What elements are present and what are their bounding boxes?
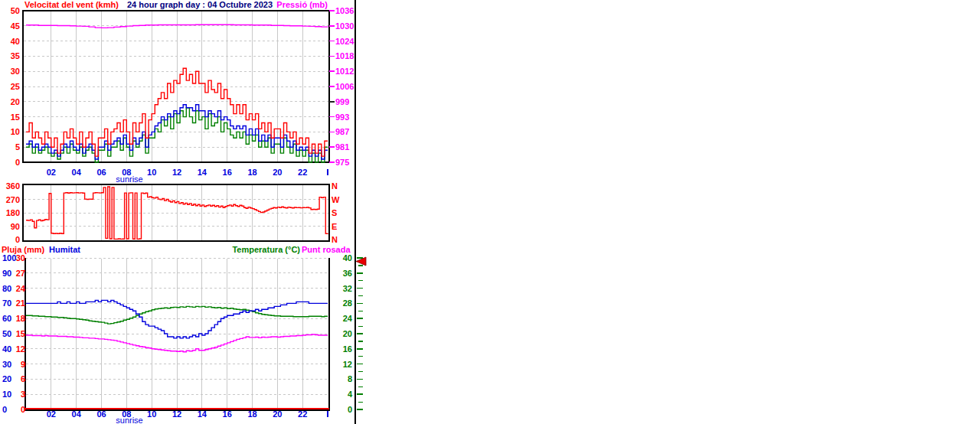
direction-y-tick: 180 — [2, 209, 20, 217]
pressure-y-tick: 975 — [335, 158, 357, 167]
wind-y-tick: 35 — [2, 52, 20, 60]
x-tick-bottom: 14 — [193, 410, 211, 419]
wind-y-tick: 5 — [2, 143, 20, 152]
x-tick-top: 10 — [142, 168, 161, 177]
x-tick-top: 06 — [93, 168, 111, 177]
temperature-y-tick: 28 — [337, 299, 352, 308]
wind-y-tick: 40 — [2, 38, 20, 46]
temperature-y-tick: 0 — [337, 406, 352, 414]
temperature-y-tick: 20 — [337, 330, 352, 338]
temperature-y-tick: 40 — [337, 254, 352, 263]
rain-y-tick: 18 — [10, 315, 25, 323]
rain-y-tick: 9 — [10, 360, 25, 369]
pressure-y-tick: 999 — [335, 98, 357, 106]
x-tick-bottom: 22 — [293, 410, 312, 419]
wind-y-tick: 15 — [2, 113, 20, 122]
x-tick-top: 22 — [293, 168, 312, 177]
wind-y-tick: 0 — [2, 158, 20, 167]
wind-y-tick: 30 — [2, 67, 20, 76]
temperature-y-tick: 32 — [337, 285, 352, 293]
x-tick-top: 16 — [218, 168, 237, 177]
temperature-axis-title: Temperatura (°C) — [224, 246, 300, 254]
pressure-y-tick: 1012 — [335, 67, 357, 76]
wind-axis-title: Velocitat del vent (kmh) — [24, 1, 119, 9]
x-tick-bottom: 10 — [142, 410, 161, 419]
wind-y-tick: 45 — [2, 22, 20, 31]
rain-y-tick: 21 — [10, 299, 25, 308]
x-tick-bottom: 06 — [93, 410, 111, 419]
temperature-y-tick: 36 — [337, 269, 352, 278]
x-tick-top: 02 — [42, 168, 60, 177]
direction-y-tick: 90 — [2, 223, 20, 231]
direction-y-tick: 0 — [2, 236, 20, 244]
temperature-y-tick: 12 — [337, 360, 352, 369]
temperature-y-tick: 24 — [337, 315, 352, 323]
rain-y-tick: 0 — [10, 406, 25, 414]
direction-cardinal-label: N — [332, 236, 342, 244]
pressure-y-tick: 1006 — [335, 83, 357, 91]
x-tick-top: 20 — [268, 168, 286, 177]
rain-y-tick: 3 — [10, 390, 25, 399]
x-tick-bottom: 18 — [243, 410, 262, 419]
direction-y-tick: 270 — [2, 196, 20, 204]
x-axis-end-mark-top — [327, 169, 328, 175]
x-tick-top: 18 — [243, 168, 262, 177]
temperature-y-tick: 4 — [337, 390, 352, 399]
wind-y-tick: 50 — [2, 7, 20, 15]
x-tick-bottom: 12 — [168, 410, 186, 419]
direction-y-tick: 360 — [2, 182, 20, 191]
pressure-axis-title: Pressió (mb) — [253, 1, 328, 9]
wind-y-tick: 25 — [2, 83, 20, 91]
x-axis-end-mark-bottom — [327, 411, 328, 417]
x-tick-top: 12 — [168, 168, 186, 177]
frame-divider-line — [354, 0, 356, 424]
pressure-y-tick: 1036 — [335, 7, 357, 15]
temperature-y-tick: 16 — [337, 345, 352, 354]
rain-y-tick: 12 — [10, 345, 25, 354]
x-tick-bottom: 04 — [67, 410, 86, 419]
humidity-axis-title: Humitat — [49, 246, 80, 254]
pressure-y-tick: 1030 — [335, 22, 357, 31]
pressure-y-tick: 993 — [335, 113, 357, 122]
rain-y-tick: 30 — [10, 254, 25, 263]
direction-cardinal-label: S — [332, 209, 342, 217]
pressure-y-tick: 1024 — [335, 38, 357, 46]
x-tick-bottom: 02 — [42, 410, 60, 419]
pressure-y-tick: 981 — [335, 143, 357, 152]
x-tick-bottom: 08 — [117, 410, 136, 419]
wind-y-tick: 10 — [2, 128, 20, 136]
rain-y-tick: 27 — [10, 269, 25, 278]
wind-y-tick: 20 — [2, 98, 20, 106]
x-tick-bottom: 20 — [268, 410, 286, 419]
x-tick-bottom: 16 — [218, 410, 237, 419]
direction-cardinal-label: N — [332, 182, 342, 191]
x-tick-top: 14 — [193, 168, 211, 177]
pressure-y-tick: 1018 — [335, 52, 357, 60]
x-tick-top: 04 — [67, 168, 86, 177]
weather-graph-screen: Velocitat del vent (kmh) 24 hour graph d… — [0, 0, 980, 424]
rain-y-tick: 24 — [10, 285, 25, 293]
current-value-arrow-icon — [355, 256, 369, 268]
rain-y-tick: 6 — [10, 375, 25, 383]
pressure-y-tick: 987 — [335, 128, 357, 136]
direction-cardinal-label: W — [332, 196, 342, 204]
charts-canvas — [0, 0, 980, 424]
x-tick-top: 08 — [117, 168, 136, 177]
temperature-y-tick: 8 — [337, 375, 352, 383]
direction-cardinal-label: E — [332, 223, 342, 231]
rain-y-tick: 15 — [10, 330, 25, 338]
